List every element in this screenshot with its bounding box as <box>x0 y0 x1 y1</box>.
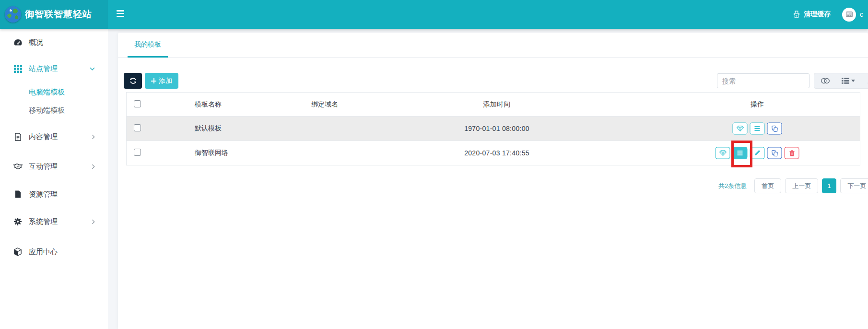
sidebar-item-app-center[interactable]: 应用中心 <box>0 242 108 261</box>
sidebar-item-label: 应用中心 <box>29 247 58 257</box>
gem-icon <box>719 150 727 156</box>
copy-template-button[interactable] <box>767 147 782 159</box>
sidebar-item-system-management[interactable]: 系统管理 <box>0 212 108 231</box>
sidebar-nav: 概况 站点管理 电脑端模板 移动端模板 内容管理 <box>0 29 108 329</box>
sidebar-item-pc-templates[interactable]: 电脑端模板 <box>0 82 108 102</box>
topbar-right-group: 清理缓存 c <box>793 0 868 29</box>
tab-label: 我的模板 <box>134 40 161 49</box>
row-actions <box>733 123 782 135</box>
image-placeholder-icon <box>846 12 853 17</box>
added-time: 1970-01-01 08:00:00 <box>464 125 529 132</box>
table-view-controls <box>814 73 868 89</box>
preview-template-button[interactable] <box>733 123 748 135</box>
preview-template-button[interactable] <box>716 147 730 159</box>
table-header-row: 模板名称 绑定域名 添加时间 操作 <box>127 93 860 117</box>
sidebar-item-label: 站点管理 <box>29 64 58 73</box>
dashboard-icon <box>12 38 23 47</box>
edit-template-button[interactable] <box>750 147 765 159</box>
pencil-icon <box>754 150 761 156</box>
user-avatar[interactable] <box>842 8 856 22</box>
main-content: 我的模板 添加 <box>108 29 868 329</box>
tab-bar: 我的模板 <box>118 33 868 58</box>
cube-icon <box>12 247 23 256</box>
username-text[interactable]: c <box>860 11 863 18</box>
delete-template-button[interactable] <box>785 147 799 159</box>
sidebar-item-label: 互动管理 <box>29 162 58 171</box>
search-input[interactable] <box>717 73 809 88</box>
select-all-checkbox[interactable] <box>134 100 141 107</box>
content-card: 我的模板 添加 <box>118 33 868 329</box>
sidebar-item-resource-management[interactable]: 资源管理 <box>0 185 108 204</box>
plus-icon <box>151 78 156 83</box>
pagination: 共2条信息 首页 上一页 1 下一页 <box>718 178 868 193</box>
table-row: 默认模板 1970-01-01 08:00:00 <box>127 117 860 141</box>
handshake-icon <box>12 163 23 170</box>
added-time: 2020-07-03 17:40:55 <box>464 149 529 157</box>
sidebar-item-label: 内容管理 <box>29 132 58 141</box>
sidebar-item-interaction-management[interactable]: 互动管理 <box>0 157 108 176</box>
chevron-down-icon <box>90 67 95 70</box>
table-row: 御智联网络 2020-07-03 17:40:55 <box>127 141 860 165</box>
chevron-right-icon <box>92 219 95 224</box>
sidebar-toggle-hamburger-icon[interactable] <box>117 10 124 17</box>
list-columns-icon <box>842 78 849 84</box>
copy-icon <box>771 125 778 132</box>
document-icon <box>12 133 23 141</box>
row-actions <box>716 147 799 159</box>
list-bars-icon <box>737 151 743 156</box>
sidebar-item-overview[interactable]: 概况 <box>0 33 108 52</box>
pagination-prev-button[interactable]: 上一页 <box>785 178 818 193</box>
columns-dropdown-button[interactable] <box>836 73 860 88</box>
export-download-button[interactable] <box>860 73 868 88</box>
gear-icon <box>12 218 23 225</box>
copy-icon <box>771 150 778 156</box>
chevron-right-icon <box>92 164 95 169</box>
sidebar-item-label: 资源管理 <box>29 190 58 199</box>
column-header-time: 添加时间 <box>483 100 510 109</box>
globe-logo-icon <box>5 6 21 23</box>
sidebar-item-label: 系统管理 <box>29 217 58 226</box>
sidebar-item-mobile-templates[interactable]: 移动端模板 <box>0 101 108 120</box>
clear-cache-button[interactable]: 清理缓存 <box>793 10 831 19</box>
pagination-total-text: 共2条信息 <box>718 182 747 190</box>
row-checkbox[interactable] <box>134 149 141 156</box>
toggle-columns-icon <box>821 78 830 84</box>
sidebar-item-content-management[interactable]: 内容管理 <box>0 127 108 146</box>
pagination-first-button[interactable]: 首页 <box>754 178 781 193</box>
template-pages-button-active[interactable] <box>733 147 748 159</box>
top-navbar: 御智联智慧轻站 清理缓存 c <box>0 0 868 29</box>
copy-template-button[interactable] <box>767 123 782 135</box>
row-checkbox[interactable] <box>134 124 141 131</box>
trash-icon <box>789 150 795 156</box>
column-header-actions: 操作 <box>751 100 764 109</box>
refresh-button[interactable] <box>124 73 142 89</box>
pagination-current-page[interactable]: 1 <box>822 178 836 193</box>
sidebar-subitem-label: 移动端模板 <box>29 106 65 115</box>
file-icon <box>12 190 23 198</box>
caret-down-icon <box>851 80 855 82</box>
list-bars-icon <box>754 126 761 131</box>
toggle-columns-button[interactable] <box>814 73 836 88</box>
column-header-domain: 绑定域名 <box>311 100 338 109</box>
sidebar-item-site-management[interactable]: 站点管理 <box>0 59 108 78</box>
chevron-right-icon <box>92 134 95 140</box>
template-name: 御智联网络 <box>195 149 228 157</box>
sidebar-subitem-label: 电脑端模板 <box>29 88 65 97</box>
templates-table: 模板名称 绑定域名 添加时间 操作 默认模板 1970-01-01 08:00:… <box>126 92 860 165</box>
add-button-label: 添加 <box>159 77 172 85</box>
brand-logo[interactable]: 御智联智慧轻站 <box>0 0 108 29</box>
column-header-name: 模板名称 <box>195 100 222 109</box>
brush-icon <box>793 11 800 18</box>
brand-title: 御智联智慧轻站 <box>25 8 92 21</box>
gem-icon <box>736 126 744 132</box>
app-window: 御智联智慧轻站 清理缓存 c 概况 <box>0 0 868 329</box>
pagination-next-button[interactable]: 下一页 <box>840 178 868 193</box>
grid-icon <box>12 65 23 73</box>
sidebar-item-label: 概况 <box>29 38 43 47</box>
clear-cache-label: 清理缓存 <box>804 10 831 19</box>
refresh-icon <box>129 77 137 84</box>
tab-my-templates[interactable]: 我的模板 <box>128 33 168 58</box>
template-pages-button[interactable] <box>750 123 765 135</box>
add-template-button[interactable]: 添加 <box>145 73 178 89</box>
template-name: 默认模板 <box>195 124 222 133</box>
